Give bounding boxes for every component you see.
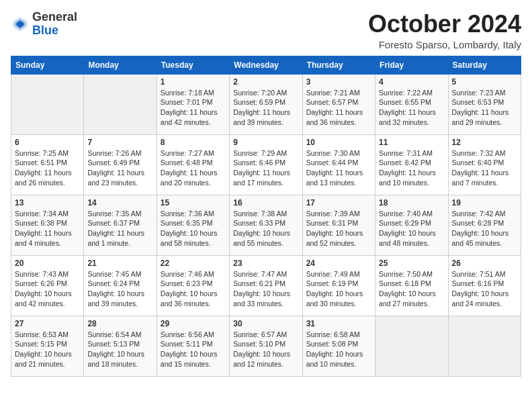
day-info: Sunrise: 7:38 AM Sunset: 6:33 PM Dayligh… <box>233 209 298 248</box>
day-info: Sunrise: 7:35 AM Sunset: 6:37 PM Dayligh… <box>87 209 152 248</box>
calendar-body: 1Sunrise: 7:18 AM Sunset: 7:01 PM Daylig… <box>11 74 521 376</box>
calendar-cell: 14Sunrise: 7:35 AM Sunset: 6:37 PM Dayli… <box>84 195 157 255</box>
calendar-cell: 7Sunrise: 7:26 AM Sunset: 6:49 PM Daylig… <box>84 134 157 195</box>
day-info: Sunrise: 6:53 AM Sunset: 5:15 PM Dayligh… <box>15 330 80 369</box>
day-info: Sunrise: 7:21 AM Sunset: 6:57 PM Dayligh… <box>306 88 371 128</box>
calendar-cell: 28Sunrise: 6:54 AM Sunset: 5:13 PM Dayli… <box>84 316 157 376</box>
calendar-cell: 26Sunrise: 7:51 AM Sunset: 6:16 PM Dayli… <box>448 255 521 316</box>
day-number: 6 <box>15 138 80 147</box>
calendar-cell: 29Sunrise: 6:56 AM Sunset: 5:11 PM Dayli… <box>157 316 229 376</box>
day-info: Sunrise: 7:18 AM Sunset: 7:01 PM Dayligh… <box>161 88 226 128</box>
day-info: Sunrise: 7:45 AM Sunset: 6:24 PM Dayligh… <box>87 269 152 309</box>
day-number: 5 <box>452 77 517 87</box>
location: Foresto Sparso, Lombardy, Italy <box>368 39 521 50</box>
calendar-cell: 13Sunrise: 7:34 AM Sunset: 6:38 PM Dayli… <box>11 195 84 255</box>
calendar-week: 27Sunrise: 6:53 AM Sunset: 5:15 PM Dayli… <box>11 316 521 376</box>
day-info: Sunrise: 7:47 AM Sunset: 6:21 PM Dayligh… <box>233 269 298 309</box>
calendar-cell: 24Sunrise: 7:49 AM Sunset: 6:19 PM Dayli… <box>302 255 375 316</box>
day-number: 21 <box>87 259 152 268</box>
day-number: 29 <box>161 319 226 328</box>
calendar-cell: 6Sunrise: 7:25 AM Sunset: 6:51 PM Daylig… <box>11 134 84 195</box>
day-number: 2 <box>233 77 298 87</box>
calendar-week: 6Sunrise: 7:25 AM Sunset: 6:51 PM Daylig… <box>11 134 521 195</box>
header-day: Thursday <box>302 56 375 74</box>
day-info: Sunrise: 7:50 AM Sunset: 6:18 PM Dayligh… <box>379 269 444 309</box>
day-number: 14 <box>87 198 152 208</box>
calendar-cell: 22Sunrise: 7:46 AM Sunset: 6:23 PM Dayli… <box>157 255 229 316</box>
calendar-cell: 10Sunrise: 7:30 AM Sunset: 6:44 PM Dayli… <box>302 134 375 195</box>
calendar-cell: 23Sunrise: 7:47 AM Sunset: 6:21 PM Dayli… <box>230 255 302 316</box>
calendar-cell: 8Sunrise: 7:27 AM Sunset: 6:48 PM Daylig… <box>157 134 229 195</box>
day-info: Sunrise: 7:20 AM Sunset: 6:59 PM Dayligh… <box>233 88 298 128</box>
calendar-cell: 30Sunrise: 6:57 AM Sunset: 5:10 PM Dayli… <box>230 316 302 376</box>
calendar-week: 20Sunrise: 7:43 AM Sunset: 6:26 PM Dayli… <box>11 255 521 316</box>
day-info: Sunrise: 7:27 AM Sunset: 6:48 PM Dayligh… <box>161 148 226 188</box>
day-info: Sunrise: 7:29 AM Sunset: 6:46 PM Dayligh… <box>233 148 298 188</box>
calendar-cell: 21Sunrise: 7:45 AM Sunset: 6:24 PM Dayli… <box>84 255 157 316</box>
calendar-cell: 5Sunrise: 7:23 AM Sunset: 6:53 PM Daylig… <box>448 74 521 134</box>
day-info: Sunrise: 7:32 AM Sunset: 6:40 PM Dayligh… <box>452 148 517 188</box>
day-number: 31 <box>306 319 371 328</box>
day-number: 7 <box>87 138 152 147</box>
logo-general: General <box>32 11 77 24</box>
day-number: 25 <box>379 259 444 268</box>
day-number: 10 <box>306 138 371 147</box>
calendar-cell: 12Sunrise: 7:32 AM Sunset: 6:40 PM Dayli… <box>448 134 521 195</box>
day-info: Sunrise: 7:34 AM Sunset: 6:38 PM Dayligh… <box>15 209 80 248</box>
logo-text: General Blue <box>32 11 77 38</box>
calendar-table: SundayMondayTuesdayWednesdayThursdayFrid… <box>11 56 521 377</box>
day-number: 28 <box>87 319 152 328</box>
day-number: 13 <box>15 198 80 208</box>
day-info: Sunrise: 6:56 AM Sunset: 5:11 PM Dayligh… <box>161 330 226 369</box>
calendar-week: 1Sunrise: 7:18 AM Sunset: 7:01 PM Daylig… <box>11 74 521 134</box>
calendar-cell <box>11 74 84 134</box>
day-number: 26 <box>452 259 517 268</box>
day-info: Sunrise: 7:49 AM Sunset: 6:19 PM Dayligh… <box>306 269 371 309</box>
day-number: 24 <box>306 259 371 268</box>
calendar-cell: 19Sunrise: 7:42 AM Sunset: 6:28 PM Dayli… <box>448 195 521 255</box>
day-number: 11 <box>379 138 444 147</box>
day-number: 22 <box>161 259 226 268</box>
calendar-cell <box>84 74 157 134</box>
calendar-cell: 15Sunrise: 7:36 AM Sunset: 6:35 PM Dayli… <box>157 195 229 255</box>
calendar-cell: 17Sunrise: 7:39 AM Sunset: 6:31 PM Dayli… <box>302 195 375 255</box>
calendar-cell: 1Sunrise: 7:18 AM Sunset: 7:01 PM Daylig… <box>157 74 229 134</box>
day-info: Sunrise: 7:39 AM Sunset: 6:31 PM Dayligh… <box>306 209 371 248</box>
day-info: Sunrise: 6:57 AM Sunset: 5:10 PM Dayligh… <box>233 330 298 369</box>
header-day: Monday <box>84 56 157 74</box>
calendar-cell: 31Sunrise: 6:58 AM Sunset: 5:08 PM Dayli… <box>302 316 375 376</box>
calendar-header: SundayMondayTuesdayWednesdayThursdayFrid… <box>11 56 521 74</box>
day-info: Sunrise: 7:23 AM Sunset: 6:53 PM Dayligh… <box>452 88 517 128</box>
day-info: Sunrise: 6:58 AM Sunset: 5:08 PM Dayligh… <box>306 330 371 369</box>
day-number: 9 <box>233 138 298 147</box>
day-number: 30 <box>233 319 298 328</box>
day-info: Sunrise: 7:31 AM Sunset: 6:42 PM Dayligh… <box>379 148 444 188</box>
day-number: 17 <box>306 198 371 208</box>
calendar-cell <box>448 316 521 376</box>
day-info: Sunrise: 7:30 AM Sunset: 6:44 PM Dayligh… <box>306 148 371 188</box>
title-area: October 2024 Foresto Sparso, Lombardy, I… <box>368 11 521 50</box>
calendar-cell: 2Sunrise: 7:20 AM Sunset: 6:59 PM Daylig… <box>230 74 302 134</box>
day-number: 16 <box>233 198 298 208</box>
day-number: 15 <box>161 198 226 208</box>
day-info: Sunrise: 7:42 AM Sunset: 6:28 PM Dayligh… <box>452 209 517 248</box>
day-number: 8 <box>161 138 226 147</box>
calendar-week: 13Sunrise: 7:34 AM Sunset: 6:38 PM Dayli… <box>11 195 521 255</box>
day-number: 4 <box>379 77 444 87</box>
calendar-cell: 4Sunrise: 7:22 AM Sunset: 6:55 PM Daylig… <box>375 74 448 134</box>
day-number: 18 <box>379 198 444 208</box>
day-info: Sunrise: 7:46 AM Sunset: 6:23 PM Dayligh… <box>161 269 226 309</box>
logo-icon <box>11 15 30 34</box>
page-header: General Blue October 2024 Foresto Sparso… <box>11 11 521 50</box>
calendar-cell: 27Sunrise: 6:53 AM Sunset: 5:15 PM Dayli… <box>11 316 84 376</box>
day-number: 19 <box>452 198 517 208</box>
day-info: Sunrise: 7:36 AM Sunset: 6:35 PM Dayligh… <box>161 209 226 248</box>
logo: General Blue <box>11 11 77 38</box>
calendar-cell: 3Sunrise: 7:21 AM Sunset: 6:57 PM Daylig… <box>302 74 375 134</box>
header-row: SundayMondayTuesdayWednesdayThursdayFrid… <box>11 56 521 74</box>
day-info: Sunrise: 7:40 AM Sunset: 6:29 PM Dayligh… <box>379 209 444 248</box>
calendar-cell: 18Sunrise: 7:40 AM Sunset: 6:29 PM Dayli… <box>375 195 448 255</box>
day-info: Sunrise: 7:25 AM Sunset: 6:51 PM Dayligh… <box>15 148 80 188</box>
header-day: Tuesday <box>157 56 229 74</box>
header-day: Wednesday <box>230 56 302 74</box>
